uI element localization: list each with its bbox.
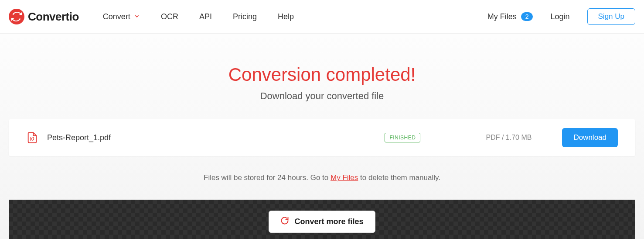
hero-title: Conversion completed!	[9, 64, 635, 85]
nav-convert[interactable]: Convert	[103, 12, 140, 21]
file-card: Pets-Report_1.pdf FINISHED PDF / 1.70 MB…	[9, 119, 635, 156]
download-button[interactable]: Download	[562, 128, 618, 147]
nav-pricing[interactable]: Pricing	[233, 12, 257, 21]
storage-note-prefix: Files will be stored for 24 hours. Go to	[204, 173, 331, 182]
header: Convertio Convert OCR API Pricing Help M…	[0, 0, 644, 34]
footer-bar: Convert more files	[9, 200, 635, 239]
convert-more-button[interactable]: Convert more files	[269, 211, 375, 233]
nav-help[interactable]: Help	[278, 12, 294, 21]
main-content: Conversion completed! Download your conv…	[0, 34, 644, 239]
logo[interactable]: Convertio	[9, 9, 79, 24]
hero: Conversion completed! Download your conv…	[9, 34, 635, 119]
nav-api[interactable]: API	[199, 12, 212, 21]
main-nav: Convert OCR API Pricing Help	[103, 12, 294, 21]
storage-note-link[interactable]: My Files	[331, 173, 358, 182]
convert-more-label: Convert more files	[294, 217, 363, 226]
nav-ocr[interactable]: OCR	[161, 12, 178, 21]
storage-note-suffix: to delete them manually.	[358, 173, 440, 182]
right-nav: My Files 2 Login Sign Up	[487, 8, 635, 25]
svg-point-0	[9, 9, 24, 24]
chevron-down-icon	[134, 12, 140, 21]
nav-my-files[interactable]: My Files 2	[487, 12, 533, 21]
storage-note: Files will be stored for 24 hours. Go to…	[9, 173, 635, 200]
login-link[interactable]: Login	[550, 12, 569, 21]
logo-icon	[9, 9, 24, 24]
nav-convert-label: Convert	[103, 12, 130, 21]
signup-button[interactable]: Sign Up	[587, 8, 635, 25]
my-files-label: My Files	[487, 12, 517, 21]
hero-subtitle: Download your converted file	[9, 90, 635, 102]
logo-text: Convertio	[28, 10, 79, 24]
status-badge: FINISHED	[385, 133, 420, 142]
refresh-icon	[280, 216, 289, 227]
file-meta: PDF / 1.70 MB	[486, 134, 532, 142]
my-files-badge: 2	[521, 12, 533, 21]
file-name: Pets-Report_1.pdf	[47, 133, 111, 142]
pdf-icon	[26, 132, 38, 144]
